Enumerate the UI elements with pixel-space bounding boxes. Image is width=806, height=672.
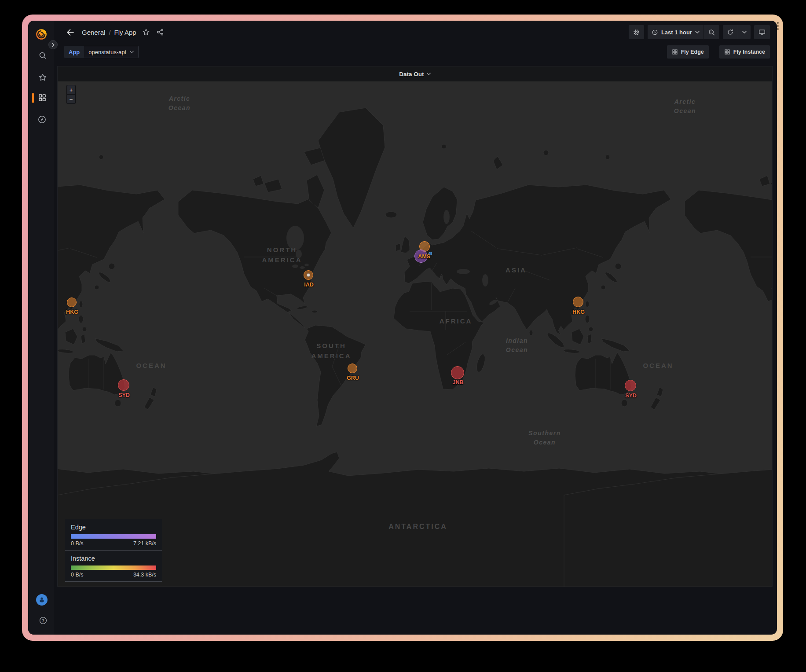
map-marker-hkg[interactable]: [573, 297, 583, 307]
legend-gradient-bar: [71, 534, 156, 539]
world-map[interactable]: Arctic OceanArctic OceanNORTH AMERICAASI…: [58, 81, 772, 587]
legend-gradient-bar: [71, 566, 156, 570]
map-marker-ams[interactable]: [414, 250, 428, 263]
breadcrumb: General / Fly App: [82, 29, 136, 36]
map-marker-label: SYD: [118, 392, 130, 398]
map-marker-syd[interactable]: [118, 379, 129, 391]
panel-title: Data Out: [399, 71, 424, 77]
active-section-indicator: [32, 93, 34, 103]
dashboards-icon[interactable]: [37, 92, 48, 103]
map-region-label: SOUTH AMERICA: [311, 341, 352, 361]
map-region-label: AFRICA: [440, 316, 473, 327]
map-marker-jnb[interactable]: [451, 366, 464, 379]
map-marker-label: SYD: [625, 393, 637, 399]
map-marker-label: HKG: [66, 309, 78, 315]
legend-min: 0 B/s: [71, 572, 84, 578]
back-arrow-icon[interactable]: [64, 26, 76, 38]
panel-header[interactable]: Data Out: [58, 66, 772, 81]
window-frame: ? General / Fly App: [22, 15, 783, 641]
map-zoom-control: + −: [66, 85, 76, 104]
map-marker[interactable]: [429, 252, 432, 255]
breadcrumb-separator: /: [109, 29, 110, 36]
variable-label: App: [64, 46, 84, 58]
search-icon[interactable]: [37, 50, 48, 61]
clock-icon: [652, 29, 658, 36]
time-range-picker[interactable]: Last 1 hour: [648, 25, 703, 39]
caret-down-icon: [742, 31, 747, 33]
zoom-out-time-button[interactable]: [703, 25, 719, 39]
app-variable-dropdown[interactable]: openstatus-api: [84, 46, 138, 58]
breadcrumb-page-title[interactable]: Fly App: [114, 29, 136, 36]
map-marker-gru[interactable]: [348, 364, 357, 373]
map-region-label: NORTH AMERICA: [262, 245, 302, 265]
legend-max: 7.21 kB/s: [133, 540, 156, 547]
map-region-label: Indian Ocean: [506, 336, 528, 355]
map-marker-label: JNB: [452, 379, 463, 386]
caret-down-icon: [427, 73, 431, 75]
explore-icon[interactable]: [37, 114, 47, 125]
map-marker-label: IAD: [304, 282, 314, 288]
share-icon[interactable]: [156, 28, 165, 37]
legend-section-instance: Instance 0 B/s 34.3 kB/s: [65, 550, 162, 581]
map-overlay: Arctic OceanArctic OceanNORTH AMERICAASI…: [58, 81, 772, 587]
grafana-logo-icon[interactable]: [35, 28, 48, 40]
map-region-label: ANTARCTICA: [388, 521, 447, 532]
map-marker-label: HKG: [572, 309, 585, 315]
starred-icon[interactable]: [37, 72, 48, 83]
star-icon[interactable]: [142, 28, 150, 37]
help-icon[interactable]: ?: [38, 615, 48, 626]
zoom-out-button[interactable]: −: [67, 95, 75, 103]
map-region-label: OCEAN: [136, 361, 166, 371]
map-region-label: ASIA: [506, 265, 527, 275]
legend-min: 0 B/s: [71, 540, 84, 547]
sidebar: ?: [28, 21, 54, 635]
dashboard-settings-button[interactable]: [629, 25, 644, 39]
library-panel-icon: [724, 49, 730, 55]
fly-edge-label: Fly Edge: [681, 49, 704, 55]
library-panel-icon: [672, 49, 678, 55]
fly-instance-link-button[interactable]: Fly Instance: [719, 45, 770, 59]
legend-title: Edge: [71, 524, 156, 531]
frame-handle-dots: [777, 22, 779, 30]
map-marker-iad[interactable]: [304, 270, 313, 280]
zoom-out-icon: [708, 29, 715, 36]
sidebar-expand-icon[interactable]: [48, 40, 58, 49]
settings-gear-icon: [633, 29, 640, 36]
legend-title: Instance: [71, 555, 156, 562]
tv-mode-icon: [758, 28, 766, 36]
map-region-label: OCEAN: [643, 361, 673, 371]
map-region-label: Arctic Ocean: [674, 97, 696, 116]
legend-section-edge: Edge 0 B/s 7.21 kB/s: [65, 519, 162, 550]
sub-toolbar: App openstatus-api Fly Edge: [54, 44, 777, 60]
time-range-label: Last 1 hour: [661, 29, 692, 36]
map-marker-hkg[interactable]: [67, 297, 77, 307]
refresh-group: [723, 25, 751, 39]
map-region-label: Southern Ocean: [528, 429, 561, 447]
geomap-panel: Data Out: [57, 66, 773, 587]
legend-max: 34.3 kB/s: [133, 572, 156, 578]
breadcrumb-section[interactable]: General: [82, 29, 105, 36]
caret-down-icon: [695, 31, 700, 33]
map-region-label: Arctic Ocean: [169, 94, 191, 113]
refresh-button[interactable]: [723, 25, 738, 39]
refresh-interval-dropdown[interactable]: [738, 25, 751, 39]
svg-text:?: ?: [42, 618, 44, 623]
fly-edge-link-button[interactable]: Fly Edge: [667, 45, 709, 59]
caret-down-icon: [130, 51, 134, 53]
map-marker-label: GRU: [347, 375, 359, 381]
zoom-in-button[interactable]: +: [67, 85, 75, 94]
grafana-app: ? General / Fly App: [28, 21, 777, 635]
fly-instance-label: Fly Instance: [733, 49, 765, 55]
tv-mode-button[interactable]: [754, 25, 770, 39]
map-legend: Edge 0 B/s 7.21 kB/s Instance 0 B/s 34.3…: [65, 519, 162, 582]
app-variable-value: openstatus-api: [88, 49, 126, 55]
map-marker-syd[interactable]: [625, 380, 636, 391]
refresh-icon: [727, 29, 734, 36]
profile-icon[interactable]: [36, 594, 48, 606]
top-nav-bar: General / Fly App: [54, 21, 777, 44]
time-range-group: Last 1 hour: [648, 25, 719, 39]
